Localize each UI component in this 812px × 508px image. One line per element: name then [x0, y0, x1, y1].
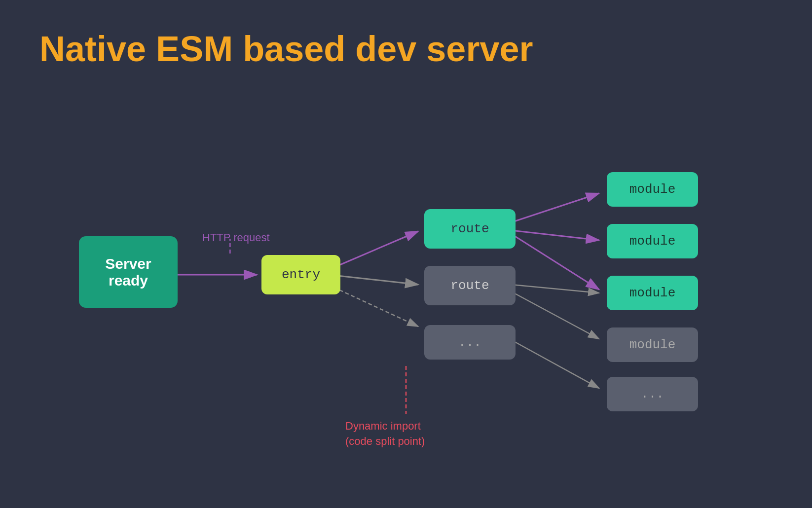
slide: Native ESM based dev server: [0, 0, 812, 508]
entry-node: entry: [261, 255, 340, 294]
route-gray-node: route: [424, 266, 516, 305]
svg-line-7: [328, 285, 418, 327]
module-2-node: module: [607, 224, 698, 258]
dots-left-node: ...: [424, 325, 516, 360]
dots-right-node: ...: [607, 377, 698, 411]
page-title: Native ESM based dev server: [39, 30, 773, 69]
svg-line-13: [511, 340, 599, 388]
dynamic-import-line1: Dynamic import: [345, 420, 421, 432]
module-3-node: module: [607, 276, 698, 310]
http-request-label: HTTP request: [202, 231, 270, 244]
dynamic-import-line2: (code split point): [345, 435, 425, 447]
svg-line-5: [337, 231, 418, 266]
svg-line-10: [511, 234, 599, 290]
dynamic-import-label: Dynamic import (code split point): [345, 419, 425, 449]
svg-line-11: [511, 285, 599, 293]
svg-line-8: [511, 193, 599, 222]
module-1-node: module: [607, 172, 698, 207]
server-ready-node: Serverready: [79, 236, 178, 308]
svg-line-6: [337, 276, 418, 285]
svg-line-9: [511, 230, 599, 240]
module-4-node: module: [607, 327, 698, 362]
diagram: Serverready entry route route ... module…: [39, 98, 773, 468]
route-green-node: route: [424, 209, 516, 249]
svg-line-12: [511, 291, 599, 339]
